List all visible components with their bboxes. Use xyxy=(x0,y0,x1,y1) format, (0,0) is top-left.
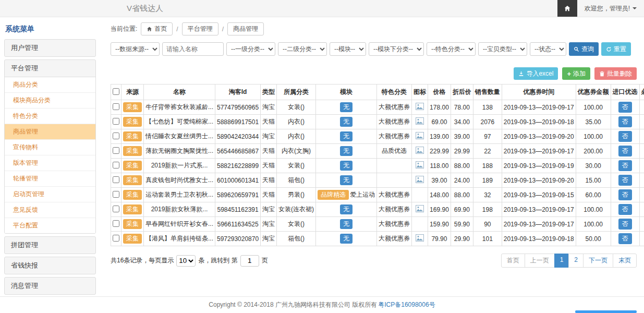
sidebar-menu: 用户管理平台管理商品分类模块商品分类特色分类商品管理宣传物料版本管理轮播管理启动… xyxy=(4,39,96,296)
col-header-0: 来源 xyxy=(121,85,144,100)
product-type: 淘宝 xyxy=(261,129,277,144)
product-type: 淘宝 xyxy=(261,202,277,217)
sidebar-item-1[interactable]: 平台管理 xyxy=(5,60,95,77)
pager-last[interactable]: 末页 xyxy=(613,254,637,268)
import-toggle-button[interactable]: 否 xyxy=(618,102,632,113)
row-checkbox[interactable] xyxy=(113,235,119,242)
sidebar-subitem-1-5[interactable]: 版本管理 xyxy=(5,155,95,171)
import-toggle-button[interactable]: 否 xyxy=(618,131,632,142)
import-toggle-button[interactable]: 否 xyxy=(618,189,632,200)
source-badge: 采集 xyxy=(123,219,142,229)
pager-page-1[interactable]: 1 xyxy=(554,254,569,268)
jump-label: 条，跳转到 第 xyxy=(198,256,237,265)
import-toggle-button[interactable]: 否 xyxy=(618,160,632,171)
sidebar-subitem-1-0[interactable]: 商品分类 xyxy=(5,77,95,93)
table-row: 采集薄款无钢圈文胸聚拢性...565446685867天猫内衣(文胸)无品质优选… xyxy=(111,144,644,159)
add-button[interactable]: + 添加 xyxy=(562,67,590,80)
coupon-time: 2019-09-13—2019-09-20 xyxy=(502,173,576,188)
sidebar-panel-1: 平台管理商品分类模块商品分类特色分类商品管理宣传物料版本管理轮播管理启动页管理意… xyxy=(4,59,96,234)
breadcrumb-separator: / xyxy=(222,26,224,33)
price: 229.99 xyxy=(428,144,451,159)
sidebar-item-3[interactable]: 省钱快报 xyxy=(5,257,95,274)
sidebar-subitem-1-2[interactable]: 特色分类 xyxy=(5,109,95,124)
horizontal-scrollbar-thumb[interactable] xyxy=(575,310,637,313)
user-menu[interactable]: 欢迎您，管理员! xyxy=(577,4,644,13)
pager-next[interactable]: 下一页 xyxy=(583,254,613,268)
must-buy-cell: 否 xyxy=(639,188,644,202)
module-cell: 无 xyxy=(316,217,377,232)
icp-link[interactable]: 粤ICP备16098006号 xyxy=(378,300,435,309)
row-checkbox[interactable] xyxy=(113,191,119,198)
coupon-amount: 15.00 xyxy=(576,173,611,188)
row-checkbox[interactable] xyxy=(113,162,119,168)
search-icon xyxy=(574,46,579,52)
jump-page-input[interactable] xyxy=(240,255,259,267)
table-row: 采集【港风】单肩斜挎链条...597293020870淘宝箱包()无大额优惠券7… xyxy=(111,232,644,246)
product-type: 天猫 xyxy=(261,144,277,159)
row-checkbox[interactable] xyxy=(113,176,119,183)
batch-delete-button[interactable]: 批量删除 xyxy=(594,67,637,80)
must-buy-cell: 否 xyxy=(639,144,644,159)
module-badge: 无 xyxy=(340,234,353,244)
import-excel-button[interactable]: 导入excel xyxy=(514,67,558,80)
breadcrumb-item-platform[interactable]: 平台管理 xyxy=(182,22,218,35)
product-image-icon xyxy=(416,176,424,183)
data-source-select[interactable]: --数据来源-- xyxy=(111,42,160,56)
pager-page-2[interactable]: 2 xyxy=(568,254,584,268)
reset-button[interactable]: 重置 xyxy=(601,42,631,56)
sales-count: 189 xyxy=(473,173,502,188)
row-checkbox[interactable] xyxy=(113,118,119,125)
trash-icon xyxy=(599,71,605,77)
source-badge: 采集 xyxy=(123,175,142,185)
row-checkbox[interactable] xyxy=(113,103,119,110)
select-all-checkbox[interactable] xyxy=(113,88,119,95)
breadcrumb-item-goods[interactable]: 商品管理 xyxy=(227,22,264,35)
product-name: 薄款无钢圈文胸聚拢性... xyxy=(144,144,215,159)
coupon-time: 2019-09-13—2019-09-17 xyxy=(502,217,576,232)
status-select[interactable]: --状态-- xyxy=(530,42,566,56)
sidebar-subitem-1-9[interactable]: 平台配置 xyxy=(5,218,95,233)
import-toggle-button[interactable]: 否 xyxy=(618,116,632,127)
home-button[interactable] xyxy=(557,0,577,17)
sidebar-subitem-1-3[interactable]: 商品管理 xyxy=(5,124,95,140)
row-checkbox[interactable] xyxy=(113,147,119,154)
module-cell: 无 xyxy=(316,115,377,129)
module-select[interactable]: --模块-- xyxy=(330,42,366,56)
import-toggle-button[interactable]: 否 xyxy=(618,233,632,244)
search-button[interactable]: 查询 xyxy=(569,42,599,56)
sidebar-item-2[interactable]: 拼团管理 xyxy=(5,237,95,254)
feature-category-select[interactable]: --特色分类-- xyxy=(427,42,476,56)
product-name: 真皮钱包时尚优雅女士... xyxy=(144,173,215,188)
sidebar-item-4[interactable]: 消息管理 xyxy=(5,278,95,294)
col-header-7: 图标 xyxy=(412,85,428,100)
import-toggle-button[interactable]: 否 xyxy=(618,204,632,215)
module-subcategory-select[interactable]: --模块下分类-- xyxy=(369,42,424,56)
per-page-select[interactable]: 10 xyxy=(176,255,196,267)
col-header-14: 必买清单 xyxy=(639,85,644,100)
sidebar-item-0[interactable]: 用户管理 xyxy=(5,40,95,56)
level1-category-select[interactable]: --一级分类-- xyxy=(226,42,275,56)
pager-prev[interactable]: 上一页 xyxy=(525,254,555,268)
import-toggle-button[interactable]: 否 xyxy=(618,146,632,156)
category: 内衣() xyxy=(277,115,316,129)
level2-category-select[interactable]: --二级分类-- xyxy=(278,42,327,56)
row-checkbox[interactable] xyxy=(113,133,119,139)
discount-price: 39.00 xyxy=(451,129,473,144)
pager-first[interactable]: 首页 xyxy=(501,254,525,268)
name-search-input[interactable] xyxy=(162,42,224,56)
import-toggle-button[interactable]: 否 xyxy=(618,219,632,230)
breadcrumb-home[interactable]: 首页 xyxy=(141,22,173,35)
sidebar-subitem-1-8[interactable]: 意见反馈 xyxy=(5,202,95,218)
import-select-cell: 否 xyxy=(611,100,639,115)
row-checkbox[interactable] xyxy=(113,220,119,227)
must-buy-cell: 否 xyxy=(639,232,644,246)
sidebar-subitem-1-4[interactable]: 宣传物料 xyxy=(5,140,95,155)
module-badge: 无 xyxy=(340,131,353,141)
product-name: 牛仔背带裤女秋装减龄... xyxy=(144,100,215,115)
row-checkbox[interactable] xyxy=(113,206,119,212)
sidebar-subitem-1-7[interactable]: 启动页管理 xyxy=(5,187,95,202)
sidebar-subitem-1-1[interactable]: 模块商品分类 xyxy=(5,93,95,109)
sidebar-subitem-1-6[interactable]: 轮播管理 xyxy=(5,171,95,187)
item-type-select[interactable]: --宝贝类型-- xyxy=(478,42,527,56)
import-toggle-button[interactable]: 否 xyxy=(618,175,632,186)
